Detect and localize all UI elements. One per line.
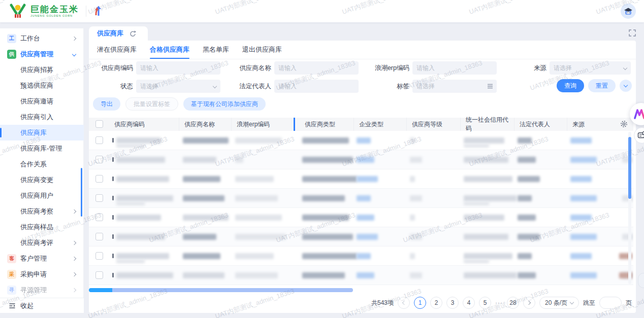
redacted-cell (235, 176, 274, 182)
pagination-total: 共543项 (371, 299, 394, 307)
sidebar-item-customer-management[interactable]: 客 客户管理 (0, 251, 84, 266)
subtab-blacklist[interactable]: 黑名单库 (203, 41, 229, 59)
redacted-cell (302, 176, 357, 182)
table-actions: 导出 批量设置标签 基于现有公司添加供应商 (93, 97, 266, 111)
page-button-4[interactable]: 4 (463, 297, 475, 309)
row-checkbox[interactable] (95, 271, 103, 279)
sidebar-item-supplier-library-manage[interactable]: 供应商库-管理 (0, 140, 84, 156)
prev-page-button[interactable] (398, 297, 410, 309)
sidebar-item-sourcing-management[interactable]: 寻 寻源管理 (0, 282, 84, 298)
erp-code-input[interactable] (412, 61, 497, 75)
select-all-checkbox[interactable] (95, 120, 103, 128)
sidebar-item-label: 工作台 (20, 34, 40, 43)
up-arrows-icon[interactable] (91, 5, 105, 18)
sidebar-item-preselect-supplier[interactable]: 预选供应商 (0, 78, 84, 93)
sidebar-item-supplier-intro[interactable]: 供应商引入 (0, 109, 84, 125)
page-unit-label: 页 (626, 299, 632, 307)
table-row[interactable] (89, 266, 633, 285)
add-from-company-button[interactable]: 基于现有公司添加供应商 (183, 97, 266, 111)
subtab-potential-suppliers[interactable]: 潜在供应商库 (97, 41, 137, 59)
refresh-icon[interactable] (130, 30, 136, 37)
row-checkbox[interactable] (95, 136, 103, 144)
sidebar-item-supplier-library[interactable]: 供应商库 (0, 125, 84, 140)
sidebar-item-cooperation[interactable]: 合作关系 (0, 156, 84, 172)
row-checkbox[interactable] (95, 175, 103, 183)
table-row[interactable] (89, 169, 633, 189)
supplier-code-input[interactable] (136, 61, 220, 75)
redacted-cell (622, 157, 633, 163)
next-page-button[interactable] (523, 297, 535, 309)
col-enterprise-type[interactable]: 企业类型 (353, 118, 406, 131)
vertical-scrollbar-track[interactable] (628, 132, 631, 284)
batch-tag-button[interactable]: 批量设置标签 (125, 97, 178, 111)
horizontal-scrollbar[interactable] (89, 288, 353, 292)
row-checkbox[interactable] (95, 214, 103, 221)
sidebar-item-supplier-change[interactable]: 供应商变更 (0, 172, 84, 188)
table-row[interactable] (89, 150, 633, 169)
page-size-select[interactable]: 20 条/页 (539, 297, 579, 309)
sidebar-item-workbench[interactable]: 工 工作台 (0, 30, 84, 46)
table-row[interactable] (89, 208, 633, 227)
sidebar-item-supplier-invite[interactable]: 供应商邀请 (0, 93, 84, 109)
redacted-cell (235, 137, 282, 144)
col-erp-code[interactable]: 浪潮erp编码 (231, 118, 294, 131)
row-checkbox[interactable] (95, 252, 103, 260)
page-button-28[interactable]: 28 (507, 297, 519, 309)
collapse-sidebar-button[interactable]: 收起 (0, 298, 84, 313)
vertical-scrollbar-thumb[interactable] (628, 137, 631, 199)
subtab-qualified-suppliers[interactable]: 合格供应商库 (150, 41, 189, 59)
jump-page-input[interactable] (599, 297, 622, 309)
status-select[interactable]: 请选择 (136, 80, 220, 93)
sidebar-item-supplier-recruit[interactable]: 供应商招募 (0, 62, 84, 78)
sidebar-item-supplier-review[interactable]: 供应商考评 (0, 235, 84, 251)
table-row[interactable] (89, 131, 633, 150)
frozen-column-divider[interactable] (294, 118, 295, 131)
sidebar-item-purchase-request[interactable]: 采 采购申请 (0, 266, 84, 282)
legal-person-input[interactable] (274, 80, 359, 93)
page-button-5[interactable]: 5 (479, 297, 491, 309)
expand-filters-button[interactable] (620, 80, 632, 92)
redacted-cell (464, 234, 508, 240)
redacted-cell (410, 157, 422, 163)
horizontal-scrollbar-track[interactable] (112, 288, 353, 292)
col-supplier-name[interactable]: 供应商名称 (179, 118, 231, 131)
col-supplier-type[interactable]: 供应商类型 (300, 118, 353, 131)
fullscreen-icon[interactable] (629, 29, 636, 39)
horizontal-scrollbar-thumb[interactable] (89, 288, 112, 292)
supplier-name-input[interactable] (274, 61, 359, 75)
page-button-2[interactable]: 2 (430, 297, 442, 309)
export-button[interactable]: 导出 (93, 97, 120, 111)
tags-multiselect[interactable]: 请选择 (412, 80, 497, 93)
col-legal-person[interactable]: 法定代表人 (514, 118, 567, 131)
sidebar-item-supplier-inspect[interactable]: 供应商考察 (0, 203, 84, 219)
column-settings-gear-icon[interactable] (620, 120, 628, 129)
table-row[interactable] (89, 227, 633, 246)
col-source[interactable]: 来源 (567, 118, 620, 131)
reset-button[interactable]: 重置 (588, 79, 616, 92)
row-checkbox[interactable] (95, 156, 103, 163)
page-button-3[interactable]: 3 (446, 297, 459, 309)
chevron-down-icon (624, 83, 628, 87)
col-credit-code[interactable]: 统一社会信用代码 (460, 118, 514, 131)
sidebar-scrollbar[interactable] (81, 168, 82, 217)
sidebar-item-supplier-user[interactable]: 供应商用户 (0, 188, 84, 203)
page-button-1[interactable]: 1 (414, 297, 426, 309)
redacted-cell (302, 253, 357, 259)
row-checkbox[interactable] (95, 233, 103, 240)
source-select[interactable]: 请选择 (550, 61, 631, 75)
row-checkbox[interactable] (95, 194, 103, 202)
sidebar-item-supplier-management[interactable]: 供 供应商管理 (0, 46, 84, 62)
col-supplier-grade[interactable]: 供应商等级 (406, 118, 460, 131)
col-supplier-code[interactable]: 供应商编码 (109, 118, 179, 131)
table-row[interactable] (89, 246, 633, 266)
redacted-cell (116, 137, 161, 144)
sidebar-item-supplier-sample[interactable]: 供应商样品 (0, 219, 84, 235)
sourcing-icon: 寻 (7, 286, 16, 295)
query-button[interactable]: 查询 (557, 79, 584, 92)
tab-supplier-library[interactable]: 供应商库 (89, 26, 148, 41)
edge-handle[interactable] (638, 273, 644, 288)
subtab-exited-suppliers[interactable]: 退出供应商库 (242, 41, 282, 59)
user-avatar[interactable] (621, 4, 636, 19)
table-row[interactable] (89, 189, 633, 208)
subtab-bar: 潜在供应商库 合格供应商库 黑名单库 退出供应商库 (89, 41, 636, 59)
